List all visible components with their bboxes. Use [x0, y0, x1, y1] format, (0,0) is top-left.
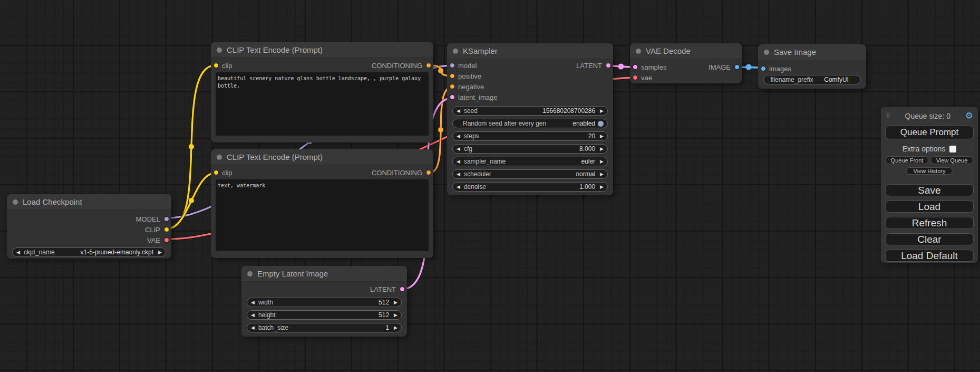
- samples-input-port[interactable]: [633, 64, 638, 70]
- node-ksampler[interactable]: KSampler model LATENT positive negative …: [447, 43, 613, 195]
- decrement-arrow-icon[interactable]: ◀: [251, 326, 255, 330]
- node-clip-text-encode-positive[interactable]: CLIP Text Encode (Prompt) clip CONDITION…: [211, 42, 433, 142]
- collapse-dot-icon[interactable]: [764, 50, 769, 55]
- vae-output-port[interactable]: [164, 237, 169, 243]
- decrement-arrow-icon[interactable]: ◀: [457, 134, 460, 139]
- widget-scheduler[interactable]: ◀ scheduler normal ▶: [452, 169, 608, 179]
- save-button[interactable]: Save: [885, 184, 974, 196]
- toggle-icon[interactable]: [598, 121, 604, 127]
- output-row: MODEL: [7, 214, 171, 224]
- refresh-button[interactable]: Refresh: [885, 217, 974, 229]
- images-input-port[interactable]: [761, 66, 766, 71]
- positive-input-port[interactable]: [450, 73, 455, 79]
- increment-arrow-icon[interactable]: ▶: [158, 250, 162, 255]
- widget-value: 20: [588, 132, 595, 140]
- image-output-port[interactable]: [734, 64, 740, 70]
- widget-width[interactable]: ◀ width 512 ▶: [247, 298, 402, 307]
- increment-arrow-icon[interactable]: ▶: [600, 185, 604, 189]
- increment-arrow-icon[interactable]: ▶: [600, 159, 604, 164]
- view-history-button[interactable]: View History: [906, 167, 953, 175]
- node-title-bar[interactable]: Load Checkpoint: [7, 194, 171, 210]
- vae-input-port[interactable]: [633, 75, 638, 80]
- model-output-port[interactable]: [164, 216, 169, 222]
- collapse-dot-icon[interactable]: [636, 49, 641, 54]
- gear-icon[interactable]: ⚙: [965, 112, 973, 120]
- decrement-arrow-icon[interactable]: ◀: [251, 300, 255, 305]
- widget-random-seed-toggle[interactable]: Random seed after every gen enabled: [452, 119, 608, 128]
- node-title-bar[interactable]: CLIP Text Encode (Prompt): [211, 42, 433, 58]
- decrement-arrow-icon[interactable]: ◀: [457, 159, 460, 164]
- increment-arrow-icon[interactable]: ▶: [394, 300, 397, 305]
- widget-steps[interactable]: ◀ steps 20 ▶: [452, 131, 608, 141]
- widget-ckpt-name[interactable]: ◀ ckpt_name v1-5-pruned-emaonly.ckpt ▶: [12, 247, 166, 257]
- widget-denoise[interactable]: ◀ denoise 1.000 ▶: [452, 182, 608, 192]
- node-title: Load Checkpoint: [23, 197, 82, 206]
- prompt-textarea[interactable]: text, watermark: [216, 179, 429, 251]
- view-queue-button[interactable]: View Queue: [930, 156, 973, 164]
- clear-button[interactable]: Clear: [885, 233, 974, 245]
- node-clip-text-encode-negative[interactable]: CLIP Text Encode (Prompt) clip CONDITION…: [211, 149, 433, 258]
- widget-batch-size[interactable]: ◀ batch_size 1 ▶: [247, 323, 402, 332]
- node-vae-decode[interactable]: VAE Decode samples IMAGE vae: [630, 43, 742, 83]
- clip-input-port[interactable]: [214, 170, 219, 175]
- extra-options-checkbox[interactable]: [949, 146, 956, 152]
- queue-prompt-button[interactable]: Queue Prompt: [885, 126, 974, 139]
- decrement-arrow-icon[interactable]: ◀: [457, 109, 460, 113]
- output-row: CLIP: [7, 224, 171, 235]
- decrement-arrow-icon[interactable]: ◀: [457, 147, 460, 151]
- increment-arrow-icon[interactable]: ▶: [600, 172, 604, 177]
- widget-height[interactable]: ◀ height 512 ▶: [247, 310, 402, 320]
- node-title-bar[interactable]: KSampler: [447, 43, 613, 59]
- widget-seed[interactable]: ◀ seed 156680208700286 ▶: [452, 106, 608, 116]
- input-label: vae: [641, 74, 652, 82]
- load-default-button[interactable]: Load Default: [885, 250, 974, 262]
- decrement-arrow-icon[interactable]: ◀: [16, 250, 20, 255]
- slot-row: clip CONDITIONING: [211, 60, 433, 71]
- increment-arrow-icon[interactable]: ▶: [394, 313, 397, 318]
- increment-arrow-icon[interactable]: ▶: [394, 326, 397, 330]
- decrement-arrow-icon[interactable]: ◀: [457, 172, 460, 177]
- conditioning-output-port[interactable]: [426, 170, 431, 175]
- widget-value: 512: [379, 299, 389, 306]
- model-input-port[interactable]: [450, 63, 455, 68]
- link-clip-positive: [168, 65, 215, 228]
- drag-handle-icon[interactable]: ⠿: [886, 113, 890, 119]
- negative-input-port[interactable]: [450, 84, 455, 89]
- node-title: VAE Decode: [646, 46, 691, 55]
- widget-filename-prefix[interactable]: filename_prefix ComfyUI: [763, 75, 861, 84]
- node-title-bar[interactable]: Save Image: [758, 44, 866, 60]
- clip-input-port[interactable]: [214, 63, 219, 68]
- node-load-checkpoint[interactable]: Load Checkpoint MODEL CLIP VAE ◀ ckpt_na…: [7, 194, 171, 259]
- decrement-arrow-icon[interactable]: ◀: [457, 185, 460, 189]
- node-empty-latent-image[interactable]: Empty Latent Image LATENT ◀ width 512 ▶ …: [241, 266, 407, 337]
- node-title-bar[interactable]: Empty Latent Image: [241, 266, 407, 282]
- node-save-image[interactable]: Save Image images filename_prefix ComfyU…: [758, 44, 866, 89]
- slot-row: samples IMAGE: [630, 62, 742, 72]
- latent-output-port[interactable]: [606, 63, 611, 68]
- node-title: CLIP Text Encode (Prompt): [227, 152, 323, 161]
- collapse-dot-icon[interactable]: [217, 155, 222, 160]
- collapse-dot-icon[interactable]: [453, 49, 458, 54]
- node-title-bar[interactable]: CLIP Text Encode (Prompt): [211, 149, 433, 165]
- increment-arrow-icon[interactable]: ▶: [600, 147, 604, 151]
- clip-output-port[interactable]: [164, 227, 169, 232]
- collapse-dot-icon[interactable]: [13, 199, 18, 205]
- decrement-arrow-icon[interactable]: ◀: [251, 313, 255, 318]
- widget-cfg[interactable]: ◀ cfg 8.000 ▶: [452, 144, 608, 154]
- queue-front-button[interactable]: Queue Front: [886, 156, 928, 164]
- widget-value: 1: [385, 324, 389, 331]
- load-button[interactable]: Load: [885, 201, 974, 213]
- increment-arrow-icon[interactable]: ▶: [600, 109, 604, 113]
- increment-arrow-icon[interactable]: ▶: [600, 134, 604, 139]
- latent-image-input-port[interactable]: [450, 94, 455, 100]
- graph-canvas[interactable]: { "icons": { "arrow_left": "◀", "arrow_r…: [0, 0, 980, 372]
- collapse-dot-icon[interactable]: [217, 47, 222, 53]
- latent-output-port[interactable]: [400, 287, 405, 292]
- conditioning-output-port[interactable]: [426, 63, 431, 68]
- widget-value: 8.000: [579, 145, 595, 152]
- input-label: model: [458, 62, 477, 70]
- widget-sampler-name[interactable]: ◀ sampler_name euler ▶: [452, 157, 608, 166]
- collapse-dot-icon[interactable]: [247, 271, 253, 276]
- prompt-textarea[interactable]: beautiful scenery nature glass bottle la…: [216, 72, 429, 136]
- node-title-bar[interactable]: VAE Decode: [630, 43, 742, 59]
